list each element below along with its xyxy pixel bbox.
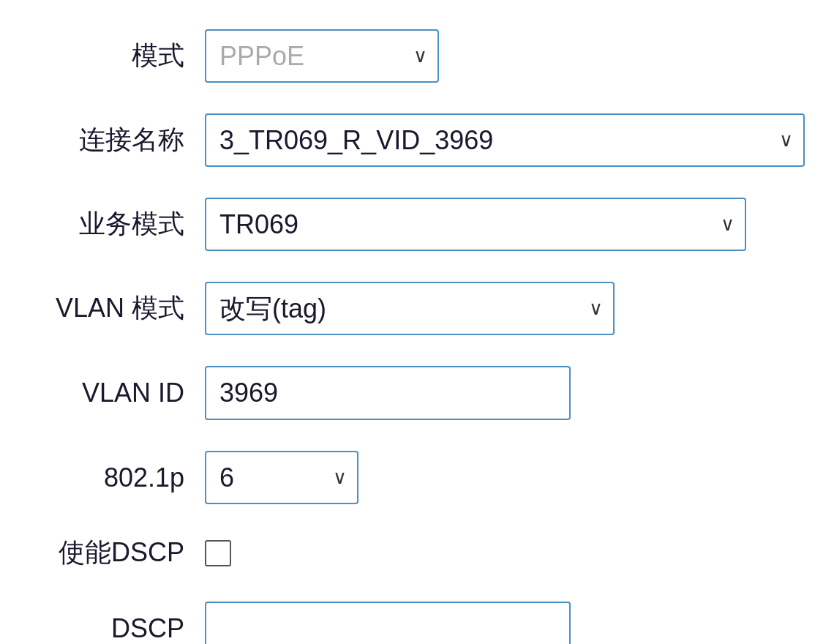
- enable-dscp-checkbox-wrapper: [205, 540, 790, 566]
- dot8021p-select[interactable]: 0 1 2 3 4 5 6 7: [205, 451, 358, 504]
- connection-name-control: 3_TR069_R_VID_3969 ∨: [205, 113, 805, 167]
- connection-name-select[interactable]: 3_TR069_R_VID_3969: [205, 113, 805, 167]
- connection-name-select-wrapper: 3_TR069_R_VID_3969 ∨: [205, 113, 805, 167]
- connection-name-row: 连接名称 3_TR069_R_VID_3969 ∨: [44, 113, 790, 167]
- mode-control: PPPoE DHCP Static ∨: [205, 29, 790, 83]
- dscp-label: DSCP: [44, 613, 205, 644]
- connection-name-label: 连接名称: [44, 122, 205, 158]
- mode-label: 模式: [44, 38, 205, 74]
- vlan-id-label: VLAN ID: [44, 378, 205, 408]
- enable-dscp-control: [205, 540, 790, 566]
- dscp-input[interactable]: [205, 602, 571, 644]
- dot8021p-label: 802.1p: [44, 463, 205, 493]
- enable-dscp-checkbox[interactable]: [205, 540, 231, 566]
- vlan-mode-label: VLAN 模式: [44, 291, 205, 326]
- business-mode-control: TR069 Internet VoIP ∨: [205, 198, 790, 251]
- vlan-mode-select-wrapper: 改写(tag) 透传 不处理 ∨: [205, 282, 615, 335]
- mode-select[interactable]: PPPoE DHCP Static: [205, 29, 439, 83]
- business-mode-label: 业务模式: [44, 206, 205, 242]
- mode-select-wrapper: PPPoE DHCP Static ∨: [205, 29, 439, 83]
- enable-dscp-row: 使能DSCP: [44, 535, 790, 571]
- dot8021p-control: 0 1 2 3 4 5 6 7 ∨: [205, 451, 790, 504]
- dscp-control: [205, 602, 790, 644]
- business-mode-select[interactable]: TR069 Internet VoIP: [205, 198, 746, 251]
- business-mode-row: 业务模式 TR069 Internet VoIP ∨: [44, 198, 790, 251]
- dot8021p-row: 802.1p 0 1 2 3 4 5 6 7 ∨: [44, 451, 790, 504]
- mode-row: 模式 PPPoE DHCP Static ∨: [44, 29, 790, 83]
- vlan-id-control: [205, 366, 790, 420]
- dscp-row: DSCP: [44, 602, 790, 644]
- vlan-mode-control: 改写(tag) 透传 不处理 ∨: [205, 282, 790, 335]
- vlan-id-row: VLAN ID: [44, 366, 790, 420]
- dot8021p-select-wrapper: 0 1 2 3 4 5 6 7 ∨: [205, 451, 358, 504]
- business-mode-select-wrapper: TR069 Internet VoIP ∨: [205, 198, 746, 251]
- settings-form: 模式 PPPoE DHCP Static ∨ 连接名称 3_TR069_R_VI…: [44, 29, 790, 644]
- enable-dscp-label: 使能DSCP: [44, 535, 205, 571]
- vlan-mode-select[interactable]: 改写(tag) 透传 不处理: [205, 282, 615, 335]
- vlan-mode-row: VLAN 模式 改写(tag) 透传 不处理 ∨: [44, 282, 790, 335]
- vlan-id-input[interactable]: [205, 366, 571, 420]
